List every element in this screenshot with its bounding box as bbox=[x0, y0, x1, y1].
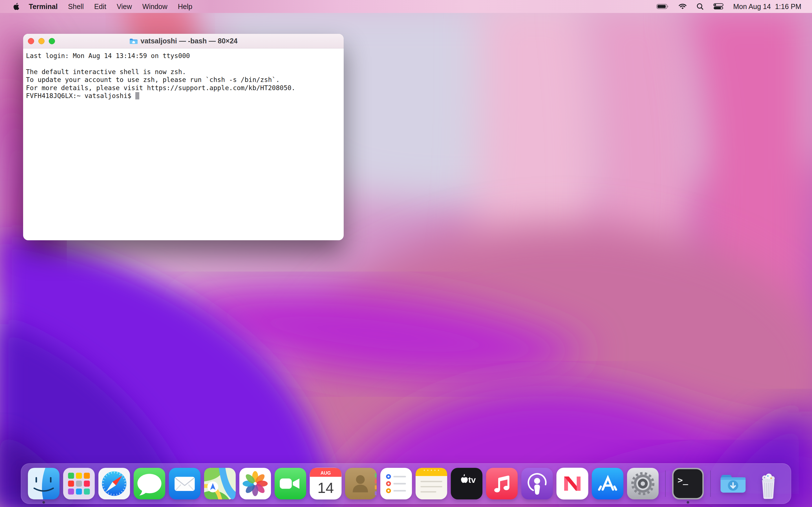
dock-item-messages[interactable] bbox=[133, 467, 166, 500]
shell-prompt: FVFH418JQ6LX:~ vatsaljoshi$ bbox=[26, 92, 132, 100]
terminal-output-line: To update your account to use zsh, pleas… bbox=[26, 76, 341, 83]
svg-text:14: 14 bbox=[317, 480, 334, 496]
photos-icon bbox=[239, 467, 271, 500]
menu-date: Mon Aug 14 bbox=[733, 3, 770, 11]
news-icon bbox=[556, 467, 589, 500]
svg-text:>_: >_ bbox=[677, 475, 688, 485]
menu-clock[interactable]: Mon Aug 14 1:16 PM bbox=[733, 3, 801, 11]
wifi-icon[interactable] bbox=[678, 3, 687, 10]
maps-icon bbox=[204, 467, 236, 500]
dock-item-podcasts[interactable] bbox=[521, 467, 553, 500]
zoom-button[interactable] bbox=[49, 38, 55, 44]
desktop: Terminal ShellEditViewWindowHelp bbox=[0, 0, 812, 507]
menu-time: 1:16 PM bbox=[775, 3, 801, 11]
dock-item-photos[interactable] bbox=[239, 467, 271, 500]
finder-icon bbox=[28, 467, 60, 500]
launchpad-icon bbox=[63, 467, 95, 500]
traffic-lights bbox=[28, 34, 55, 48]
reminders-icon bbox=[380, 467, 412, 500]
dock-item-tv[interactable]: tv bbox=[450, 467, 483, 500]
battery-icon[interactable] bbox=[656, 3, 669, 10]
window-titlebar[interactable]: vatsaljoshi — -bash — 80×24 bbox=[23, 34, 344, 48]
dock-item-downloads[interactable] bbox=[717, 467, 749, 500]
calendar-icon: AUG 14 bbox=[309, 467, 342, 500]
music-icon bbox=[486, 467, 518, 500]
notes-icon bbox=[415, 467, 448, 500]
terminal-window: vatsaljoshi — -bash — 80×24 Last login: … bbox=[23, 34, 344, 240]
terminal-output-line: For more details, please visit https://s… bbox=[26, 84, 341, 92]
svg-text:AUG: AUG bbox=[320, 470, 331, 475]
running-indicator-dot bbox=[43, 501, 45, 504]
menu-item-view[interactable]: View bbox=[117, 3, 132, 11]
facetime-icon bbox=[274, 467, 307, 500]
dock-divider bbox=[710, 470, 711, 497]
control-center-icon[interactable] bbox=[713, 3, 723, 10]
dock-item-terminal[interactable]: >_ bbox=[672, 467, 704, 500]
terminal-prompt-line: FVFH418JQ6LX:~ vatsaljoshi$ bbox=[26, 92, 341, 100]
dock-item-facetime[interactable] bbox=[274, 467, 307, 500]
dock-item-music[interactable] bbox=[486, 467, 518, 500]
menu-app-name[interactable]: Terminal bbox=[29, 3, 57, 11]
minimize-button[interactable] bbox=[38, 38, 45, 44]
dock-item-mail[interactable] bbox=[168, 467, 201, 500]
terminal-cursor bbox=[135, 92, 139, 100]
menu-item-window[interactable]: Window bbox=[142, 3, 167, 11]
dock-item-finder[interactable] bbox=[28, 467, 60, 500]
dock-item-trash[interactable] bbox=[752, 467, 784, 500]
terminal-output-line bbox=[26, 60, 341, 68]
dock-item-news[interactable] bbox=[556, 467, 589, 500]
spotlight-search-icon[interactable] bbox=[696, 3, 704, 10]
menu-item-edit[interactable]: Edit bbox=[94, 3, 106, 11]
folder-home-icon bbox=[130, 38, 138, 45]
terminal-output-line: Last login: Mon Aug 14 13:14:59 on ttys0… bbox=[26, 52, 341, 60]
close-button[interactable] bbox=[28, 38, 34, 44]
mail-icon bbox=[168, 467, 201, 500]
podcasts-icon bbox=[521, 467, 553, 500]
dock-item-systempreferences[interactable] bbox=[626, 467, 659, 500]
dock-divider bbox=[665, 470, 666, 497]
dock-item-maps[interactable] bbox=[204, 467, 236, 500]
svg-text:tv: tv bbox=[468, 475, 476, 485]
dock-item-appstore[interactable] bbox=[591, 467, 624, 500]
dock-item-launchpad[interactable] bbox=[63, 467, 95, 500]
running-indicator-dot bbox=[687, 501, 689, 504]
trash-icon bbox=[752, 467, 784, 500]
window-title: vatsaljoshi — -bash — 80×24 bbox=[141, 37, 238, 45]
dock-item-reminders[interactable] bbox=[380, 467, 412, 500]
dock-item-notes[interactable] bbox=[415, 467, 448, 500]
apple-menu-icon[interactable] bbox=[13, 3, 19, 10]
dock-item-contacts[interactable] bbox=[345, 467, 377, 500]
menu-item-help[interactable]: Help bbox=[178, 3, 192, 11]
appstore-icon bbox=[591, 467, 624, 500]
dock-item-calendar[interactable]: AUG 14 bbox=[309, 467, 342, 500]
messages-icon bbox=[133, 467, 166, 500]
dock-item-safari[interactable] bbox=[98, 467, 131, 500]
systempreferences-icon bbox=[626, 467, 659, 500]
downloads-icon bbox=[717, 467, 749, 500]
menu-item-shell[interactable]: Shell bbox=[68, 3, 84, 11]
safari-icon bbox=[98, 467, 131, 500]
terminal-icon: >_ bbox=[672, 467, 704, 500]
menu-bar: Terminal ShellEditViewWindowHelp bbox=[0, 0, 812, 13]
tv-icon: tv bbox=[450, 467, 483, 500]
dock: AUG 14 tv >_ bbox=[21, 463, 791, 504]
terminal-content[interactable]: Last login: Mon Aug 14 13:14:59 on ttys0… bbox=[23, 48, 344, 103]
terminal-output-line: The default interactive shell is now zsh… bbox=[26, 68, 341, 76]
contacts-icon bbox=[345, 467, 377, 500]
